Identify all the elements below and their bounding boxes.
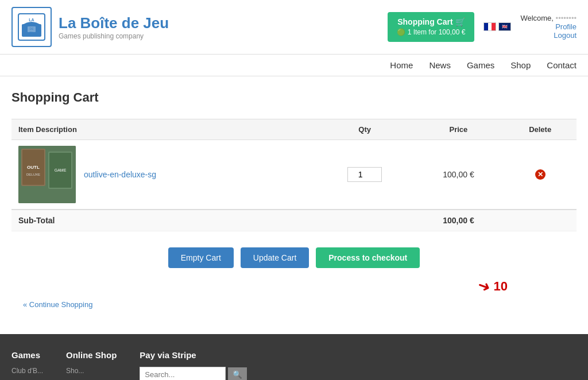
col-header-price: Price <box>413 119 504 140</box>
product-link[interactable]: outlive-en-deluxe-sg <box>84 170 156 179</box>
svg-text:GAME: GAME <box>55 168 67 172</box>
col-header-description: Item Description <box>11 119 316 140</box>
product-cell: OUTL DELUXE GAME outlive-en-deluxe-sg <box>11 140 316 210</box>
header-right: Shopping Cart 🛒 🟢 1 Item for 100,00 € 🇬🇧… <box>388 12 577 42</box>
flag-gb[interactable]: 🇬🇧 <box>498 22 511 31</box>
subtotal-row: Sub-Total 100,00 € <box>11 210 577 231</box>
footer-games-text: Club d'B... <box>11 367 43 375</box>
col-header-qty: Qty <box>316 119 413 140</box>
svg-text:LA: LA <box>29 18 34 22</box>
profile-link[interactable]: Profile <box>520 22 577 31</box>
delete-button[interactable]: ✕ <box>535 169 546 180</box>
footer-columns: Games Club d'B... Online Shop Sho... Pay… <box>11 350 577 380</box>
main-content: Shopping Cart Item Description Qty Price… <box>0 76 588 334</box>
nav-home[interactable]: Home <box>390 60 413 70</box>
footer-col-stripe: Pay via Stripe 🔍 <box>140 350 247 380</box>
svg-text:DELUXE: DELUXE <box>26 173 40 176</box>
footer-games-title: Games <box>11 350 43 360</box>
arrow-annotation: ➜ 10 <box>478 277 508 295</box>
annotation-number: 10 <box>494 279 508 294</box>
subtotal-label: Sub-Total <box>11 210 316 231</box>
cart-label: Shopping Cart 🛒 <box>397 17 465 28</box>
product-info: OUTL DELUXE GAME outlive-en-deluxe-sg <box>18 146 310 203</box>
footer-shop-title: Online Shop <box>66 350 117 360</box>
cart-actions: Empty Cart Update Cart Process to checko… <box>11 247 577 268</box>
qty-input[interactable] <box>347 167 382 182</box>
footer: Games Club d'B... Online Shop Sho... Pay… <box>0 334 588 380</box>
logo-box: LA BOÎTE DE JEU <box>11 7 52 47</box>
price-cell: 100,00 € <box>413 140 504 210</box>
qty-cell <box>316 140 413 210</box>
brand-subtitle: Games publishing company <box>59 32 169 40</box>
product-img-svg: OUTL DELUXE GAME <box>18 146 76 203</box>
footer-col-shop: Online Shop Sho... <box>66 350 117 380</box>
annotation-area: ➜ 10 <box>11 277 577 295</box>
empty-cart-button[interactable]: Empty Cart <box>168 247 234 268</box>
subtotal-empty-delete <box>504 210 577 231</box>
page-title: Shopping Cart <box>11 90 577 105</box>
footer-stripe-title: Pay via Stripe <box>140 350 247 360</box>
stripe-input-row: 🔍 <box>140 367 247 380</box>
flag-fr[interactable] <box>483 22 496 31</box>
welcome-text: Welcome, <box>520 14 554 22</box>
continue-shopping-area: « Continue Shopping <box>11 295 577 320</box>
cart-sublabel: 🟢 1 Item for 100,00 € <box>397 28 465 37</box>
checkout-button[interactable]: Process to checkout <box>316 247 420 268</box>
continue-shopping-link[interactable]: « Continue Shopping <box>23 300 92 309</box>
svg-text:JEU: JEU <box>29 31 34 34</box>
nav-games[interactable]: Games <box>467 60 494 70</box>
brand-title: La Boîte de Jeu <box>59 14 169 32</box>
product-image: OUTL DELUXE GAME <box>18 146 76 203</box>
nav-contact[interactable]: Contact <box>547 60 577 70</box>
svg-text:DE: DE <box>30 27 34 30</box>
header-top-right: Shopping Cart 🛒 🟢 1 Item for 100,00 € 🇬🇧… <box>388 12 577 42</box>
delete-cell: ✕ <box>504 140 577 210</box>
navigation: Home News Games Shop Contact <box>0 55 588 76</box>
svg-text:BOÎTE: BOÎTE <box>27 23 36 26</box>
logo-svg: LA BOÎTE DE JEU <box>17 13 46 41</box>
cart-table: Item Description Qty Price Delete <box>11 119 577 231</box>
flags-area: 🇬🇧 <box>483 22 511 31</box>
stripe-search-input[interactable] <box>140 367 226 380</box>
table-header-row: Item Description Qty Price Delete <box>11 119 577 140</box>
footer-col-games: Games Club d'B... <box>11 350 43 380</box>
table-row: OUTL DELUXE GAME outlive-en-deluxe-sg <box>11 140 577 210</box>
logout-link[interactable]: Logout <box>520 31 577 40</box>
nav-shop[interactable]: Shop <box>510 60 531 70</box>
col-header-delete: Delete <box>504 119 577 140</box>
brand-text: La Boîte de Jeu Games publishing company <box>59 14 169 40</box>
header: LA BOÎTE DE JEU La Boîte de Jeu Games pu… <box>0 0 588 55</box>
update-cart-button[interactable]: Update Cart <box>241 247 309 268</box>
username: •••••••• <box>556 14 577 22</box>
subtotal-value: 100,00 € <box>413 210 504 231</box>
shopping-cart-button[interactable]: Shopping Cart 🛒 🟢 1 Item for 100,00 € <box>388 12 474 42</box>
stripe-search-button[interactable]: 🔍 <box>228 367 247 380</box>
svg-text:OUTL: OUTL <box>27 165 40 170</box>
logo-area: LA BOÎTE DE JEU La Boîte de Jeu Games pu… <box>11 7 169 47</box>
red-arrow-icon: ➜ <box>475 276 493 297</box>
nav-news[interactable]: News <box>429 60 451 70</box>
footer-shop-text: Sho... <box>66 367 117 375</box>
subtotal-empty-qty <box>316 210 413 231</box>
user-area: Welcome, •••••••• Profile Logout <box>520 14 577 40</box>
